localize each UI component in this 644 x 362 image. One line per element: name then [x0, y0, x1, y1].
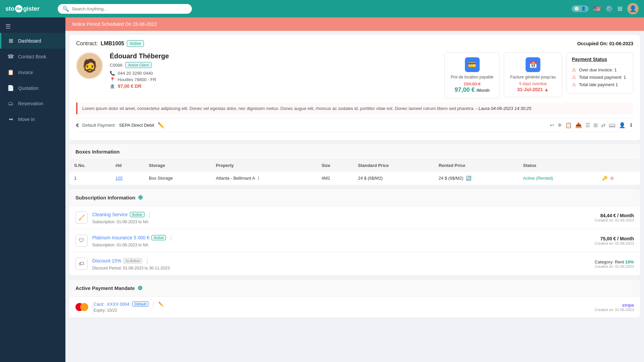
key-icon[interactable]: 🔑	[602, 176, 607, 181]
mandate-menu-icon[interactable]: ⋮	[151, 302, 156, 307]
client-phone: 📞 044 20 3290 0440	[110, 71, 439, 76]
undo-icon[interactable]: ↩	[550, 122, 554, 128]
sub-menu-insurance[interactable]: ⋮	[168, 234, 174, 241]
export-icon[interactable]: 📤	[575, 122, 582, 128]
subscription-header: Subscription Information ⊕	[69, 189, 640, 206]
ps-icon-2: ⚠	[572, 74, 576, 80]
flag-icon[interactable]: 🇺🇸	[593, 5, 601, 12]
discount-pct: 10%	[625, 259, 634, 264]
transfer-icon[interactable]: ⇄	[601, 122, 605, 128]
action-icons: ↩ ❄ 📋 📤 ☰ ⊞ ⇄ 📖 👤 ⬇	[550, 122, 633, 128]
mandate-header: Active Payment Mandate ⊕	[69, 280, 640, 297]
main-content: Notice Period Scheduled On 15-08-2022 Co…	[65, 17, 644, 362]
add-subscription-icon[interactable]: ⊕	[138, 194, 143, 201]
mandate-info: Card: XXXX 0004 Default ⋮ ✏️ Expiry: 10/…	[94, 301, 590, 313]
cell-id: 105	[111, 172, 144, 185]
boxes-header: Boxes Information	[69, 144, 640, 160]
pay-card-overdue: 5 days overdue	[510, 81, 556, 86]
cell-status: Active (Rented)	[518, 172, 597, 185]
pay-card-invoice-label: Facture générée jusqu'au	[510, 75, 556, 79]
sidebar-label-move-in: Move In	[18, 117, 35, 122]
download-icon[interactable]: ⬇	[629, 122, 633, 128]
toggle-pill[interactable]: ⚪ 👤	[572, 5, 589, 12]
pay-card-price: 97,00 € /Month	[451, 86, 493, 94]
book-icon[interactable]: 📖	[609, 122, 615, 128]
payment-cards: 💳 Prix de location payable 150,00 € 97,0…	[444, 52, 633, 99]
sub-amount-insurance: 75,00 € / Month	[595, 236, 634, 241]
sub-menu-discount[interactable]: ⋮	[144, 257, 150, 264]
sub-menu-cleaning[interactable]: ⋮	[147, 211, 153, 218]
note-text: Lorem ipsum dolor sit amet, consectetur …	[82, 106, 475, 111]
edit-icon[interactable]: ✏️	[158, 122, 164, 128]
note-author: - Laura 04-06-2023 14:30:25	[476, 106, 532, 111]
sub-item-cleaning: 🧹 Cleaning Service Active ⋮ Subscription…	[69, 206, 640, 229]
client-code-row: C0086 Active Client	[110, 62, 439, 68]
mandate-section: Active Payment Mandate ⊕ Card: XXXX 0004…	[69, 280, 640, 317]
add-mandate-icon[interactable]: ⊕	[138, 284, 143, 292]
client-info: Édouard Théberge C0086 Active Client 📞 0…	[110, 52, 439, 90]
sidebar-item-invoice[interactable]: 📋 Invoice	[0, 64, 65, 80]
mandate-right: stripe Created on: 01-06-2023	[595, 303, 634, 312]
reservation-icon: 🗂	[7, 101, 14, 107]
sub-price-insurance: 75,00 € / Month Created on: 01-06-2023	[595, 236, 634, 245]
sub-amount-cleaning: 84,44 € / Month	[595, 213, 634, 218]
layout: ☰ ⊞ Dashboard ☎ Contact Book 📋 Invoice 📄…	[0, 17, 644, 362]
logo-re: Re	[15, 5, 22, 12]
box-id-link[interactable]: 105	[115, 176, 123, 181]
row-action-icons: 🔑 ⊘	[602, 176, 635, 181]
search-input[interactable]	[72, 6, 187, 11]
sidebar-item-contact-book[interactable]: ☎ Contact Book	[0, 49, 65, 64]
user2-icon[interactable]: 👤	[619, 122, 626, 128]
contract-id: LMB1005	[101, 41, 124, 47]
pay-card-rent-icon: 💳	[465, 57, 480, 72]
contact-book-icon: ☎	[7, 53, 14, 60]
client-address-text: Houilles 78800 - FR	[118, 77, 156, 82]
sub-item-insurance: 🛡 Platinum Insurance 5 000 € Active ⋮ Su…	[69, 229, 640, 252]
hamburger-icon[interactable]: ☰	[0, 20, 65, 33]
phone-icon: 📞	[110, 71, 115, 76]
list-icon[interactable]: ☰	[585, 122, 590, 128]
sub-period-discount: Discount Period: 01-06-2023 to 30-11-202…	[92, 266, 590, 270]
sidebar-item-reservation[interactable]: 🗂 Reservation	[0, 96, 65, 111]
avatar[interactable]: 👤	[627, 3, 639, 14]
move-in-icon: ➡	[7, 116, 14, 122]
snowflake-icon[interactable]: ❄	[557, 122, 562, 128]
contract-card: Contract: LMB1005 Active Occupied On: 01…	[69, 35, 640, 140]
mandate-edit-icon[interactable]: ✏️	[158, 302, 164, 307]
ps-text-1: Over due Invoice: 1	[579, 67, 617, 72]
sidebar-item-quotation[interactable]: 📄 Quotation	[0, 80, 65, 96]
client-phone-text: 044 20 3290 0440	[118, 71, 153, 76]
tag-icon: 🏷	[75, 258, 88, 270]
quotation-icon: 📄	[7, 85, 14, 91]
cell-size: 4M2	[317, 172, 353, 185]
sidebar-label-quotation: Quotation	[18, 85, 39, 91]
mandate-item: Card: XXXX 0004 Default ⋮ ✏️ Expiry: 10/…	[69, 297, 640, 317]
euro-icon: €	[76, 122, 79, 128]
mandate-card-num: Card: XXXX 0004 Default ⋮ ✏️	[94, 301, 590, 307]
copy-icon[interactable]: 📋	[565, 122, 572, 128]
sidebar-item-move-in[interactable]: ➡ Move In	[0, 111, 65, 127]
sidebar-item-dashboard[interactable]: ⊞ Dashboard	[0, 33, 65, 49]
settings-icon[interactable]: ⚙️	[605, 5, 613, 12]
location-icon: 📍	[110, 77, 115, 82]
col-status: Status	[518, 160, 597, 172]
mandate-expiry: Expiry: 10/22	[94, 308, 590, 313]
cell-property: Atlanta - Bellimant A ℹ	[211, 172, 317, 185]
table-icon[interactable]: ⊞	[593, 122, 598, 128]
notice-banner: Notice Period Scheduled On 15-08-2022	[65, 17, 644, 31]
info-icon: ℹ	[258, 176, 259, 181]
cell-storage: Box Storage	[144, 172, 211, 185]
sub-info-discount: Discount 15% In-Active ⋮ Discount Period…	[92, 257, 590, 270]
cell-standard-price: 24 $ (6$/M2)	[353, 172, 434, 185]
ps-text-2: Total missed payment: 1	[579, 75, 626, 80]
balance-icon: 🏦	[110, 84, 115, 89]
cell-sno: 1	[69, 172, 111, 185]
block-icon[interactable]: ⊘	[610, 176, 614, 181]
sub-period-insurance: Subscription: 01-06-2023 to NA	[92, 243, 590, 247]
grid-icon[interactable]: ⊞	[618, 5, 623, 12]
pay-card-rent-label: Prix de location payable	[451, 75, 493, 79]
occupied-on: Occupied On: 01-06-2023	[577, 41, 633, 46]
search-bar[interactable]: 🔍	[58, 4, 192, 14]
top-nav: stoRegister 🔍 ⚪ 👤 🇺🇸 ⚙️ ⊞ 👤	[0, 0, 644, 17]
client-address: 📍 Houilles 78800 - FR	[110, 77, 439, 82]
